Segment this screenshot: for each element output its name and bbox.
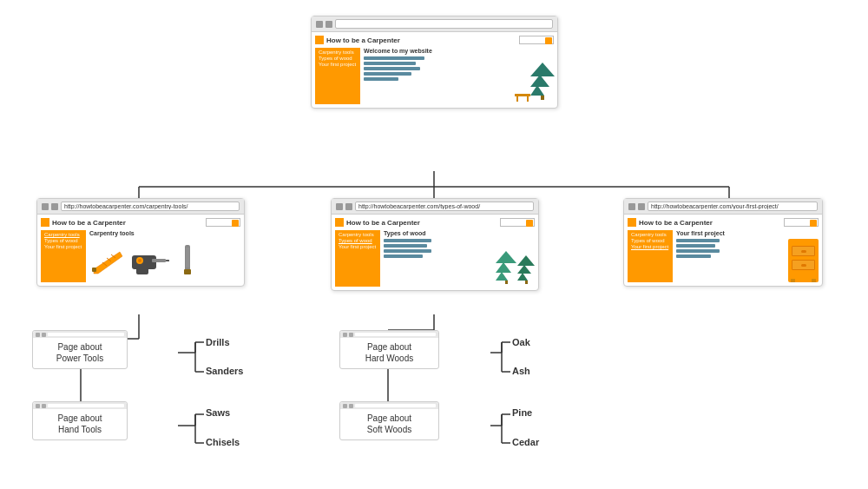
main-browser-title: How to be a Carpenter — [326, 36, 400, 44]
center-browser-logo — [335, 218, 344, 227]
saw-icon — [89, 243, 124, 278]
center-nav-3[interactable]: Your first project — [339, 244, 377, 249]
right-browser-logo — [628, 218, 636, 227]
center-browser-title: How to be a Carpenter — [346, 219, 420, 227]
left-nav-2[interactable]: Types of wood — [44, 238, 82, 243]
hand-tools-node: Page aboutHand Tools — [32, 401, 128, 440]
svg-point-47 — [138, 259, 141, 262]
right-nav-3[interactable]: Your first project — [631, 244, 669, 249]
cedar-label: Cedar — [512, 437, 539, 447]
hand-tools-label: Page aboutHand Tools — [57, 413, 102, 434]
svg-marker-37 — [94, 252, 122, 274]
svg-rect-49 — [184, 269, 191, 274]
hard-woods-node: Page aboutHard Woods — [339, 330, 439, 369]
hard-woods-label: Page aboutHard Woods — [365, 342, 413, 363]
svg-rect-38 — [92, 268, 96, 272]
main-browser: http://howtobeacarpenter.com How to be a… — [311, 16, 558, 109]
drill-icon — [128, 243, 171, 278]
diagram: http://howtobeacarpenter.com How to be a… — [0, 0, 868, 489]
sanders-label: Sanders — [206, 366, 243, 376]
saws-label: Saws — [206, 407, 230, 418]
left-browser-title: How to be a Carpenter — [52, 219, 126, 227]
right-nav-1[interactable]: Carpentry tools — [631, 232, 669, 237]
ash-label: Ash — [512, 366, 530, 376]
browser-logo — [315, 36, 324, 44]
right-url[interactable] — [648, 202, 818, 211]
center-nav-1[interactable]: Carpentry tools — [339, 232, 377, 237]
right-browser-title: How to be a Carpenter — [639, 219, 713, 227]
soft-woods-node: Page aboutSoft Woods — [339, 401, 439, 440]
main-page-heading: Welcome to my website — [364, 48, 554, 54]
svg-rect-42 — [132, 255, 156, 269]
center-page-heading: Types of wood — [384, 230, 535, 236]
right-nav-2[interactable]: Types of wood — [631, 238, 669, 243]
oak-label: Oak — [512, 337, 530, 347]
nav-item-3[interactable]: Your first project — [319, 62, 357, 67]
svg-rect-45 — [136, 268, 148, 274]
svg-rect-44 — [166, 260, 169, 261]
drills-label: Drills — [206, 337, 230, 347]
right-page-heading: Your first project — [676, 230, 819, 236]
pine-label: Pine — [512, 407, 532, 418]
right-browser: How to be a Carpenter Carpentry tools Ty… — [623, 198, 823, 287]
left-browser-logo — [41, 218, 49, 227]
svg-rect-48 — [185, 245, 190, 271]
power-tools-label: Page aboutPower Tools — [56, 342, 103, 363]
main-url[interactable]: http://howtobeacarpenter.com — [335, 19, 553, 29]
left-browser: How to be a Carpenter Carpentry tools Ty… — [36, 198, 245, 287]
center-nav-2[interactable]: Types of wood — [339, 238, 377, 243]
file-tool-icon — [174, 243, 201, 278]
power-tools-node: Page aboutPower Tools — [32, 330, 128, 369]
left-page-heading: Carpentry tools — [89, 230, 240, 236]
center-browser: How to be a Carpenter Carpentry tools Ty… — [331, 198, 539, 291]
left-nav-1[interactable]: Carpentry tools — [44, 232, 82, 237]
nav-item-1[interactable]: Carpentry tools — [319, 50, 357, 55]
left-url[interactable] — [61, 202, 240, 211]
svg-rect-43 — [152, 259, 166, 262]
chisels-label: Chisels — [206, 437, 240, 447]
nav-item-2[interactable]: Types of wood — [319, 56, 357, 61]
center-url[interactable] — [355, 202, 534, 211]
soft-woods-label: Page aboutSoft Woods — [367, 413, 412, 434]
left-nav-3[interactable]: Your first project — [44, 244, 82, 249]
